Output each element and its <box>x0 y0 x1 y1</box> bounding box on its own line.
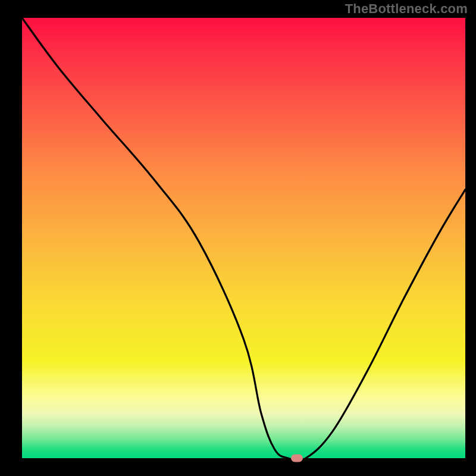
plot-area <box>22 18 465 458</box>
bottleneck-curve <box>22 18 465 458</box>
watermark-text: TheBottleneck.com <box>345 1 468 17</box>
optimal-marker <box>291 455 303 462</box>
chart-frame: TheBottleneck.com <box>0 0 476 476</box>
